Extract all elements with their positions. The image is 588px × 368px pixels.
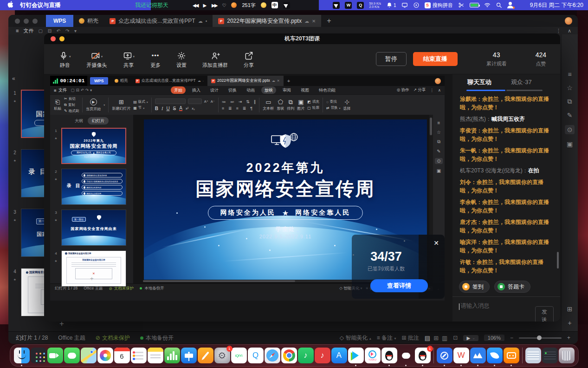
dock-chrome[interactable]	[281, 347, 297, 364]
live-control-share[interactable]: 分享	[244, 49, 254, 69]
end-live-button[interactable]: 结束直播	[413, 52, 458, 66]
ribbon-tab-切换[interactable]: 切换	[225, 86, 240, 94]
thumbnail-row[interactable]: 2★录 目国家网络安全宣传周由来学校关于国家网络安全宣传周活动安排网络安全科普知…	[53, 169, 126, 205]
word-count-status[interactable]: 251字	[242, 2, 255, 9]
new-slide-button[interactable]: ⊞新建幻灯片	[112, 99, 130, 111]
fill-button[interactable]: ◩填充	[307, 99, 319, 104]
collapse-panel-icon[interactable]: «	[12, 75, 15, 82]
bell-icon[interactable]: 1	[386, 2, 396, 8]
close-tab-icon[interactable]: ✕	[312, 19, 316, 24]
slide-sorter-icon[interactable]: ⊞	[433, 335, 439, 342]
ribbon-tab-插入[interactable]: 插入	[189, 86, 204, 94]
zoom-slider-thumb[interactable]	[537, 335, 542, 340]
dock-keynote[interactable]	[181, 347, 197, 364]
live-control-more[interactable]: •••更多	[150, 49, 161, 69]
rail-effects-icon[interactable]: ☆	[437, 130, 441, 135]
find-button[interactable]: ◌查找	[326, 99, 341, 104]
rail-shapes-icon[interactable]: ⧉	[568, 98, 572, 105]
bird-status-icon[interactable]	[333, 2, 340, 9]
tab-doc1[interactable]: P众志成城抗击疫...党政宣传PPT☁·	[132, 76, 207, 86]
ribbon-tab-设计[interactable]: 设计	[207, 86, 222, 94]
dock-finder[interactable]	[13, 347, 30, 364]
zoom-slider[interactable]	[519, 337, 562, 339]
q-app-icon[interactable]: Q	[357, 2, 364, 9]
dock-orange-tv-app[interactable]	[503, 347, 520, 364]
dock-netease-music[interactable]: ♪	[314, 347, 331, 364]
thumbnail-row[interactable]: 1★2022年第九国家网络安全宣传周网络安全为人民★网络安全靠人民学生处 202…	[53, 128, 126, 164]
record-icon[interactable]	[413, 2, 420, 8]
menubar-datetime[interactable]: 9月6日 周二 下午6:20	[530, 1, 583, 9]
dock-calendar[interactable]: 6	[114, 347, 130, 364]
rail-grid-icon[interactable]: ⊞	[567, 305, 573, 313]
network-speed[interactable]: 59.9 K/s2.0 K/s	[369, 2, 381, 8]
zoom-in-button[interactable]: +	[567, 335, 570, 341]
format-painter-button[interactable]: ✎格式刷	[64, 109, 79, 113]
numbering-icon[interactable]: ≕	[230, 99, 234, 104]
slide-thumbnail-title[interactable]: 2022年第九国家网络安全宣传周网络安全为人民★网络安全靠人民学生处 2022.…	[61, 128, 126, 164]
tab-chat[interactable]: 聊天互动	[467, 78, 491, 86]
more-icon[interactable]: ⋮	[556, 28, 561, 34]
textbox-button[interactable]: ▭文本框	[263, 99, 274, 111]
doc-protection[interactable]: ⊘文档未保护	[96, 334, 130, 342]
dock-window-preview-1[interactable]	[525, 347, 542, 364]
rail-resources-icon[interactable]: ▣	[437, 168, 441, 173]
slide-thumbnail-toc[interactable]: 录 目国家网络安全宣传周由来学校关于国家网络安全宣传周活动安排网络安全科普知识网…	[61, 169, 126, 205]
answer-card-button[interactable]: 答题卡	[494, 281, 530, 293]
dock-reminders[interactable]	[130, 347, 147, 364]
file-menu[interactable]: 文件	[23, 27, 33, 34]
rail-properties-icon[interactable]: ≡	[568, 71, 571, 78]
media-prev-icon[interactable]: ◀◀	[193, 3, 198, 8]
font-family-select[interactable]	[155, 99, 186, 104]
normal-view-icon[interactable]: ▤	[425, 335, 430, 342]
dock-blue-circle-app[interactable]	[436, 347, 453, 364]
dock-qq-music[interactable]: ♪	[297, 347, 314, 364]
italic-button[interactable]: I	[162, 106, 163, 111]
tab-audience[interactable]: 观众·37	[511, 78, 532, 86]
picture-button[interactable]: ▣图片	[297, 99, 304, 111]
theme-label[interactable]: Office 主题	[58, 334, 85, 342]
dock-tencent-video[interactable]	[348, 347, 364, 364]
strike-button[interactable]: S	[173, 106, 176, 111]
font-size-select[interactable]	[188, 99, 202, 104]
line-spacing-icon[interactable]: ⇅	[246, 99, 250, 104]
dock-messages[interactable]	[64, 347, 80, 364]
tab-docker[interactable]: 稻壳	[73, 15, 104, 27]
outline-button[interactable]: ▢轮廓	[307, 105, 319, 110]
dock-numbers[interactable]	[164, 347, 181, 364]
zoom-out-button[interactable]: −	[510, 335, 513, 341]
dock-app-store[interactable]: A	[331, 347, 348, 364]
close-overlay-icon[interactable]: ✕	[433, 239, 439, 247]
scissors-icon[interactable]	[458, 2, 465, 8]
ime-status-icon[interactable]: 中	[271, 2, 278, 8]
dock-photos[interactable]	[97, 347, 114, 364]
ribbon-tab-放映[interactable]: 放映	[261, 86, 276, 94]
superscript-button[interactable]: x²	[186, 106, 188, 111]
dock-window-preview-2[interactable]	[542, 347, 558, 364]
collapse-ribbon-icon[interactable]: ∧	[438, 88, 441, 92]
rail-properties-icon[interactable]: ≡	[438, 120, 440, 125]
align-center-icon[interactable]: ≣	[228, 106, 232, 111]
dock-iqiyi[interactable]: iQIYI	[231, 347, 247, 364]
zoom-level[interactable]: 106%	[484, 335, 504, 341]
phone-remote-icon[interactable]: ⊡	[453, 335, 458, 341]
menubar-app-name[interactable]: 钉钉会议与直播	[20, 1, 61, 9]
tab-doc2-active[interactable]: P2022年国家网络安全宣传.pptx☁✕	[207, 76, 284, 86]
ribbon-tab-审阅[interactable]: 审阅	[279, 86, 294, 94]
dock-blue-m-app[interactable]	[470, 347, 486, 364]
indent-icon[interactable]: ⇥	[239, 99, 242, 104]
media-app-icon[interactable]	[231, 2, 237, 8]
quick-access-icons[interactable]: ▢ ⊟ ↶ ↷ ▾	[38, 28, 78, 33]
close-tab-icon[interactable]: ✕	[277, 79, 280, 83]
ribbon-tab-动画[interactable]: 动画	[243, 86, 258, 94]
media-heart-icon[interactable]: ♡	[222, 3, 226, 8]
arrange-button[interactable]: ⧉排列	[287, 99, 294, 111]
dock-pages[interactable]	[197, 347, 214, 364]
dock-safari[interactable]	[264, 347, 281, 364]
live-control-camera[interactable]: ▾开摄像头	[87, 49, 107, 69]
bird-app-icon[interactable]	[283, 2, 290, 9]
rail-notes-edit-icon[interactable]: ✎	[567, 112, 573, 119]
select-button[interactable]: ⊹选择	[343, 99, 351, 111]
dock-tim[interactable]: 1	[414, 347, 431, 364]
battery-icon[interactable]	[470, 3, 479, 7]
dock-wechat[interactable]	[398, 347, 414, 364]
